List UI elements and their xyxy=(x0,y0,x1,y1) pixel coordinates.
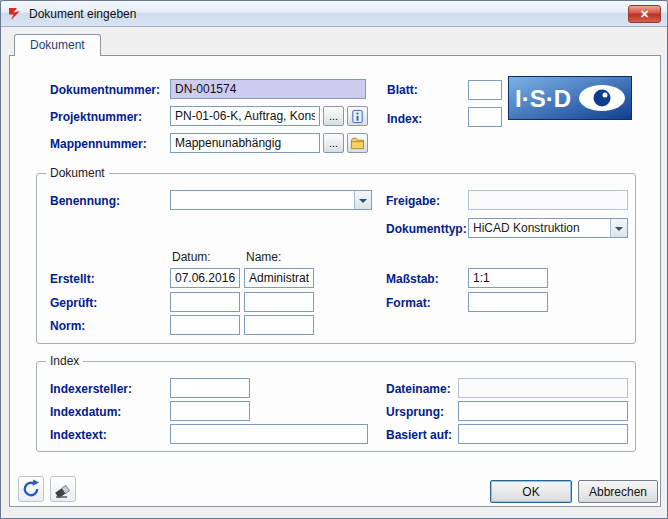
folder-icon xyxy=(350,136,365,151)
titlebar: Dokument eingeben ✕ xyxy=(1,1,667,27)
format-input[interactable] xyxy=(468,292,548,312)
benennung-value xyxy=(171,191,354,209)
tab-page-dokument: Dokumentnummer: Blatt: I·S·D Projektnumm… xyxy=(9,55,661,507)
blatt-input[interactable] xyxy=(468,80,502,100)
projektnummer-browse-button[interactable]: ... xyxy=(323,106,344,126)
erstellt-datum-input[interactable] xyxy=(170,268,240,288)
basiert-auf-label: Basiert auf: xyxy=(386,428,452,442)
dokument-group-title: Dokument xyxy=(46,166,109,180)
tab-dokument[interactable]: Dokument xyxy=(14,34,101,56)
mappennummer-browse-button[interactable]: ... xyxy=(323,133,344,153)
window-title: Dokument eingeben xyxy=(29,7,136,21)
isd-logo-eye-icon xyxy=(594,90,611,107)
mappennummer-label: Mappennummer: xyxy=(50,137,147,151)
cancel-button[interactable]: Abbrechen xyxy=(578,480,658,503)
index-group-title: Index xyxy=(46,354,83,368)
projektnummer-info-button[interactable] xyxy=(347,106,368,126)
format-label: Format: xyxy=(386,296,431,310)
mappennummer-input[interactable] xyxy=(170,133,320,153)
indexersteller-input[interactable] xyxy=(170,378,250,398)
norm-name-input[interactable] xyxy=(244,315,314,335)
massstab-label: Maßstab: xyxy=(386,272,439,286)
indexdatum-input[interactable] xyxy=(170,401,250,421)
app-icon xyxy=(7,6,23,22)
datum-column-header: Datum: xyxy=(172,250,211,264)
refresh-button[interactable] xyxy=(18,476,44,502)
close-button[interactable]: ✕ xyxy=(628,5,661,23)
isd-logo-text: I·S·D xyxy=(515,85,571,112)
massstab-input[interactable] xyxy=(468,268,548,288)
ok-button[interactable]: OK xyxy=(490,480,572,503)
basiert-auf-input[interactable] xyxy=(458,424,628,444)
norm-label: Norm: xyxy=(50,319,85,333)
dateiname-label: Dateiname: xyxy=(386,382,451,396)
geprueft-datum-input[interactable] xyxy=(170,292,240,312)
dokumentnummer-input[interactable] xyxy=(170,79,366,99)
indexersteller-label: Indexersteller: xyxy=(50,382,132,396)
indexdatum-label: Indexdatum: xyxy=(50,405,121,419)
benennung-combobox[interactable] xyxy=(170,190,372,210)
dokumentnummer-label: Dokumentnummer: xyxy=(50,83,160,97)
dateiname-input xyxy=(458,378,628,398)
refresh-icon xyxy=(21,479,41,499)
erstellt-label: Erstellt: xyxy=(50,272,95,286)
name-column-header: Name: xyxy=(246,250,281,264)
eraser-button[interactable] xyxy=(50,476,76,502)
dokumenttyp-label: Dokumenttyp: xyxy=(386,222,467,236)
dialog-dokument-eingeben: Dokument eingeben ✕ Dokument Dokumentnum… xyxy=(0,0,668,519)
chevron-down-icon xyxy=(354,191,371,209)
document-info-icon xyxy=(350,109,365,124)
indextext-input[interactable] xyxy=(170,424,368,444)
benennung-label: Benennung: xyxy=(50,194,120,208)
mappennummer-folder-button[interactable] xyxy=(347,133,368,153)
index-input[interactable] xyxy=(468,107,502,127)
indextext-label: Indextext: xyxy=(50,428,107,442)
isd-logo: I·S·D xyxy=(508,76,632,120)
ursprung-label: Ursprung: xyxy=(386,405,444,419)
freigabe-label: Freigabe: xyxy=(386,194,440,208)
dokumenttyp-value: HiCAD Konstruktion xyxy=(469,219,610,237)
geprueft-name-input[interactable] xyxy=(244,292,314,312)
projektnummer-label: Projektnummer: xyxy=(50,110,142,124)
geprueft-label: Geprüft: xyxy=(50,296,97,310)
dokumenttyp-combobox[interactable]: HiCAD Konstruktion xyxy=(468,218,628,238)
ursprung-input[interactable] xyxy=(458,401,628,421)
erstellt-name-input[interactable] xyxy=(244,268,314,288)
chevron-down-icon xyxy=(610,219,627,237)
blatt-label: Blatt: xyxy=(387,83,418,97)
eraser-icon xyxy=(53,479,73,499)
freigabe-input xyxy=(468,190,628,210)
index-label: Index: xyxy=(387,112,422,126)
norm-datum-input[interactable] xyxy=(170,315,240,335)
projektnummer-input[interactable] xyxy=(170,106,320,126)
